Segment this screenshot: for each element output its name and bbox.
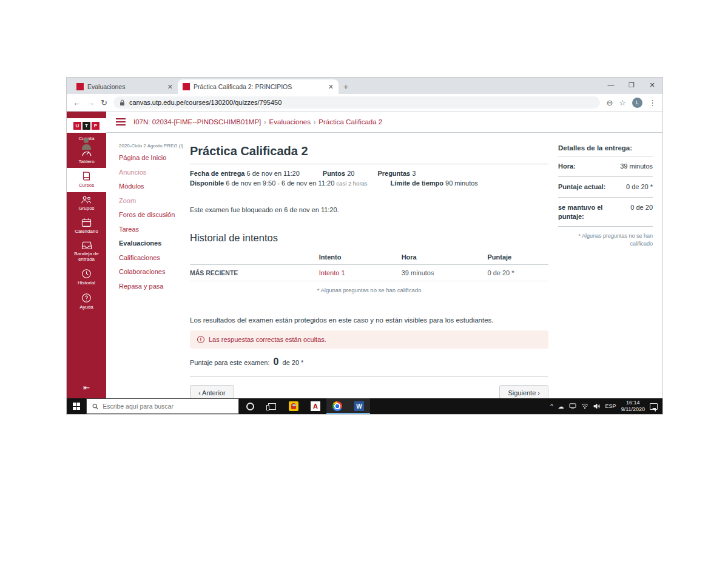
inbox-icon	[81, 241, 92, 250]
course-nav-anuncios[interactable]: Anuncios	[119, 169, 185, 176]
reload-icon[interactable]: ↻	[101, 98, 107, 107]
col-hora: Hora	[402, 250, 488, 265]
course-nav-tareas[interactable]: Tareas	[119, 226, 185, 233]
collapse-nav-icon[interactable]: ⇤	[67, 383, 106, 392]
volume-icon[interactable]	[593, 403, 601, 409]
time-limit-value: 90 minutos	[445, 179, 478, 187]
course-nav-calificaciones[interactable]: Calificaciones	[119, 254, 185, 261]
time-limit-label: Límite de tiempo	[391, 179, 443, 187]
among-us-app[interactable]	[283, 398, 305, 414]
sidebar-item-grupos[interactable]: Grupos	[67, 192, 106, 215]
window-controls: — ❐ ✕	[601, 78, 662, 92]
utp-favicon	[183, 83, 190, 90]
maximize-button[interactable]: ❐	[621, 78, 642, 92]
tab-practica-calificada[interactable]: Práctica Calificada 2: PRINCIPIOS ✕	[178, 79, 339, 94]
taskbar-search[interactable]	[86, 398, 239, 414]
breadcrumb-separator: ›	[264, 119, 266, 125]
attempt-time: 39 minutos	[402, 264, 488, 281]
autocad-icon: A	[311, 401, 320, 411]
onedrive-cloud-icon[interactable]: ☁	[558, 403, 564, 410]
tab-title: Evaluaciones	[87, 83, 164, 90]
zoom-out-icon[interactable]: ⊖	[606, 98, 613, 107]
course-nav-pagina-de-inicio[interactable]: Página de Inicio	[119, 154, 185, 161]
col-intento: Intento	[319, 250, 402, 265]
available-note: casi 2 horas	[336, 180, 367, 187]
url-text: canvas.utp.edu.pe/courses/130200/quizzes…	[129, 99, 281, 106]
windows-taskbar: A W ^ ☁ ESP 16:14 9/11/2020	[67, 398, 662, 414]
attempt-1-link[interactable]: Intento 1	[319, 269, 345, 276]
close-button[interactable]: ✕	[642, 78, 662, 92]
course-nav-modulos[interactable]: Módulos	[119, 182, 185, 190]
clock-time: 16:14	[621, 400, 645, 406]
browser-menu-icon[interactable]: ⋮	[649, 98, 656, 107]
score-total: de 20 *	[283, 359, 304, 366]
search-input[interactable]	[103, 403, 233, 410]
chrome-app[interactable]	[326, 398, 348, 414]
task-view-icon	[268, 403, 276, 410]
course-nav-colaboraciones[interactable]: Colaboraciones	[119, 268, 185, 275]
available-label: Disponible	[190, 179, 224, 187]
detail-label: Puntaje actual:	[558, 182, 614, 192]
detail-row-puntaje-mantenido: se mantuvo el puntaje: 0 de 20	[558, 198, 653, 227]
task-view-button[interactable]	[261, 398, 283, 414]
sidebar-item-cuenta[interactable]: Cuenta	[67, 133, 106, 145]
start-button[interactable]	[67, 398, 86, 414]
profile-avatar[interactable]: L	[632, 98, 642, 108]
search-icon	[92, 403, 98, 410]
logo-letter: T	[83, 122, 90, 130]
sidebar-item-cursos[interactable]: Cursos	[67, 168, 106, 192]
attempt-score: 0 de 20 *	[488, 264, 549, 281]
keyboard-language[interactable]: ESP	[605, 403, 616, 409]
notification-center-icon[interactable]	[650, 403, 658, 410]
sidebar-item-historial[interactable]: Historial	[67, 266, 106, 289]
questions-label: Preguntas	[377, 170, 410, 177]
previous-button[interactable]: ‹ Anterior	[190, 385, 234, 398]
breadcrumb-course-link[interactable]: I07N: 02034-[FIME--PINDSCHIMB01MP]	[133, 118, 261, 125]
taskbar-clock[interactable]: 16:14 9/11/2020	[621, 400, 645, 413]
back-icon[interactable]: ←	[73, 98, 81, 107]
new-tab-button[interactable]: +	[339, 82, 356, 94]
sidebar-item-ayuda[interactable]: Ayuda	[67, 290, 106, 313]
submission-details-panel: Detalles de la entrega: Hora: 39 minutos…	[558, 133, 662, 398]
tab-close-icon[interactable]: ✕	[328, 83, 334, 91]
course-nav-zoom[interactable]: Zoom	[119, 197, 185, 204]
most-recent-label: MÁS RECIENTE	[190, 264, 319, 281]
next-button[interactable]: Siguiente ›	[499, 385, 548, 398]
utp-logo[interactable]: U T P	[67, 118, 106, 133]
course-nav: 2020-Ciclo 2 Agosto PREG (I) Página de I…	[106, 133, 185, 398]
cortana-button[interactable]	[239, 398, 261, 414]
sidebar-item-bandeja[interactable]: Bandeja de entrada	[67, 238, 106, 266]
word-icon: W	[354, 401, 364, 411]
browser-window: Evaluaciones ✕ Práctica Calificada 2: PR…	[67, 78, 662, 414]
word-app[interactable]: W	[348, 398, 370, 414]
page-title: Práctica Calificada 2	[190, 144, 548, 164]
sidebar-item-calendario[interactable]: Calendario	[67, 215, 106, 238]
forward-icon[interactable]: →	[87, 98, 95, 107]
sidebar-item-label: Grupos	[78, 206, 94, 211]
detail-label: se mantuvo el puntaje:	[558, 203, 614, 221]
minimize-button[interactable]: —	[601, 78, 621, 92]
hamburger-menu-icon[interactable]	[116, 118, 126, 125]
courses-book-icon	[81, 171, 92, 181]
lock-icon	[120, 99, 125, 106]
detail-row-hora: Hora: 39 minutos	[558, 156, 653, 177]
calendar-icon	[81, 218, 92, 227]
breadcrumb-evaluaciones-link[interactable]: Evaluaciones	[269, 118, 311, 125]
tab-close-icon[interactable]: ✕	[167, 83, 173, 91]
tray-expand-icon[interactable]: ^	[550, 403, 553, 410]
autocad-app[interactable]: A	[305, 398, 326, 414]
bookmark-star-icon[interactable]: ☆	[619, 98, 626, 107]
tab-evaluaciones[interactable]: Evaluaciones ✕	[72, 79, 178, 94]
divider	[190, 376, 548, 377]
wifi-icon[interactable]	[581, 403, 588, 409]
display-icon[interactable]	[569, 403, 576, 409]
course-nav-foros[interactable]: Foros de discusión	[119, 211, 185, 218]
course-nav-repasa-y-pasa[interactable]: Repasa y pasa	[119, 283, 185, 290]
alert-text: Las respuestas correctas están ocultas.	[209, 336, 326, 343]
logo-letter: U	[73, 122, 81, 130]
score-line: Puntaje para este examen: 0 de 20 *	[190, 356, 548, 367]
protected-message: Los resultados del examen están protegid…	[190, 316, 548, 324]
address-bar[interactable]: canvas.utp.edu.pe/courses/130200/quizzes…	[113, 96, 601, 109]
course-nav-evaluaciones[interactable]: Evaluaciones	[119, 239, 185, 247]
tab-title: Práctica Calificada 2: PRINCIPIOS	[194, 83, 325, 90]
